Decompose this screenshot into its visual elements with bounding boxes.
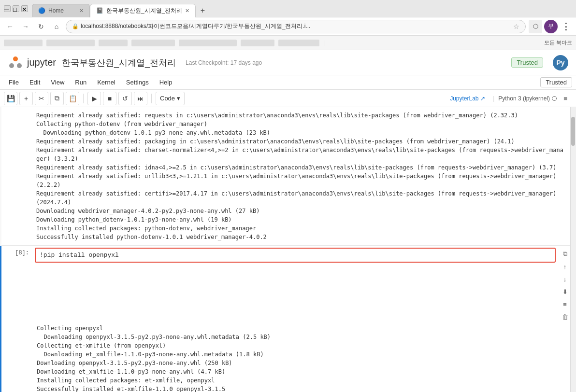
browser-menu-button[interactable]: ⋮ <box>560 20 572 33</box>
jupyter-logo-text: jupyter <box>27 57 56 68</box>
cell-type-label: Code <box>160 95 175 102</box>
prev-output-area: Requirement already satisfied: requests … <box>1 107 570 246</box>
bookmark-1[interactable] <box>4 40 43 46</box>
menu-bar: File Edit View Run Kernel Settings Help … <box>0 75 576 90</box>
bookmark-5[interactable] <box>179 40 237 46</box>
cell-more-button[interactable]: ≡ <box>560 299 570 309</box>
url-text: localhost:8888/notebooks/파이썬코드모음/시계열다루기/… <box>81 22 511 30</box>
vertical-scrollbar[interactable] <box>570 107 576 392</box>
prev-output-cell: Requirement already satisfied: requests … <box>0 107 570 246</box>
notebook-tab-close[interactable]: ✕ <box>185 8 189 14</box>
add-tab-button[interactable]: + <box>196 4 209 17</box>
menu-run[interactable]: Run <box>70 77 91 88</box>
profile-button[interactable]: 부 <box>544 20 558 33</box>
copy-button[interactable]: ⧉ <box>50 92 64 105</box>
menu-help[interactable]: Help <box>155 77 177 88</box>
home-favicon: 🔵 <box>38 7 45 14</box>
close-button[interactable]: ✕ <box>21 5 28 12</box>
cell-delete-button[interactable]: 🗑 <box>560 311 570 322</box>
menu-file[interactable]: File <box>4 77 24 88</box>
extensions-button[interactable]: ⬡ <box>529 20 542 33</box>
bookmark-6[interactable] <box>241 40 274 46</box>
stop-button[interactable]: ■ <box>103 92 116 105</box>
tab-home[interactable]: 🔵 Home ✕ <box>32 4 90 17</box>
toolbar-separator-3: | <box>493 95 494 102</box>
trusted-menu-label: Trusted <box>540 77 572 87</box>
notebook-scroll[interactable]: Requirement already satisfied: requests … <box>0 107 570 392</box>
checkpoint-text: Last Checkpoint: 17 days ago <box>186 59 262 66</box>
paste-button[interactable]: 📋 <box>66 92 79 105</box>
python-icon: Py <box>553 55 568 70</box>
home-tab-label: Home <box>48 7 64 14</box>
menu-view[interactable]: View <box>46 77 69 88</box>
cut-button[interactable]: ✂ <box>35 92 48 105</box>
cell-output-text: Collecting openpyxl Downloading openpyxl… <box>37 324 566 392</box>
active-cell: [8]: !pip install openpyxl ⧉ ↑ ↓ ⬇ ≡ 🗑 <box>0 246 570 392</box>
home-tab-close[interactable]: ✕ <box>79 8 84 14</box>
menu-settings[interactable]: Settings <box>121 77 154 88</box>
bookmark-3[interactable] <box>99 40 128 46</box>
bookmark-7[interactable] <box>278 40 319 46</box>
bookmark-4[interactable] <box>131 40 175 46</box>
all-bookmarks-link[interactable]: 모든 북마크 <box>544 39 572 46</box>
maximize-button[interactable]: □ <box>13 5 19 12</box>
add-cell-button[interactable]: + <box>19 92 33 105</box>
cell-type-dropdown[interactable]: Code ▾ <box>156 92 185 105</box>
home-button[interactable]: ⌂ <box>50 20 63 33</box>
toolbar: 💾 + ✂ ⧉ 📋 ▶ ■ ↺ ⏭ Code ▾ JupyterLab ↗ | … <box>0 90 576 107</box>
jupyter-header: jupyter 한국부동산원_시계열_전처리 Last Checkpoint: … <box>0 50 576 75</box>
jupyter-section: jupyter 한국부동산원_시계열_전처리 Last Checkpoint: … <box>0 50 576 392</box>
trusted-badge: Trusted <box>511 57 543 68</box>
browser-actions: ⬡ 부 ⋮ <box>529 20 572 33</box>
cell-move-down-button[interactable]: ↓ <box>560 274 570 284</box>
tab-notebook[interactable]: 📓 한국부동산원_시계열_전처리 ✕ <box>90 4 196 17</box>
bookmarks-bar: | 모든 북마크 <box>0 36 576 50</box>
cell-row: [8]: !pip install openpyxl ⧉ ↑ ↓ ⬇ ≡ 🗑 <box>1 246 570 322</box>
cell-move-up-button[interactable]: ↑ <box>560 261 570 272</box>
kernel-status-indicator <box>552 96 557 101</box>
refresh-button[interactable]: ↻ <box>35 20 47 33</box>
restart-button[interactable]: ↺ <box>118 92 132 105</box>
cell-toolbar-right: ⧉ ↑ ↓ ⬇ ≡ 🗑 <box>560 246 570 322</box>
cell-input[interactable]: !pip install openpyxl <box>35 248 556 263</box>
back-button[interactable]: ← <box>4 20 16 33</box>
svg-point-1 <box>9 63 14 68</box>
menu-kernel[interactable]: Kernel <box>92 77 120 88</box>
url-bar[interactable]: 🔒 localhost:8888/notebooks/파이썬코드모음/시계열다루… <box>66 20 526 33</box>
minimize-button[interactable]: ─ <box>4 5 11 12</box>
jupyter-logo-icon <box>8 55 23 70</box>
address-bar: ← → ↻ ⌂ 🔒 localhost:8888/notebooks/파이썬코드… <box>0 17 576 36</box>
notebook-favicon: 📓 <box>96 7 103 14</box>
svg-point-2 <box>17 63 22 68</box>
jupyterlab-link[interactable]: JupyterLab ↗ <box>450 95 485 102</box>
bookmark-2[interactable] <box>46 40 95 46</box>
restart-run-button[interactable]: ⏭ <box>134 92 147 105</box>
lock-icon: 🔒 <box>72 23 79 29</box>
kernel-info: Python 3 (ipykernel) <box>498 95 557 102</box>
cell-output: Collecting openpyxl Downloading openpyxl… <box>1 322 570 392</box>
run-button[interactable]: ▶ <box>87 92 101 105</box>
kernel-name-label: Python 3 (ipykernel) <box>498 95 550 102</box>
tabs-bar: 🔵 Home ✕ 📓 한국부동산원_시계열_전처리 ✕ + <box>32 0 572 17</box>
window-controls[interactable]: ─ □ ✕ <box>4 5 28 12</box>
prev-output-text: Requirement already satisfied: requests … <box>36 111 566 241</box>
notebook-title[interactable]: 한국부동산원_시계열_전처리 <box>62 57 176 69</box>
forward-button[interactable]: → <box>19 20 32 33</box>
svg-point-0 <box>13 56 18 61</box>
cell-download-button[interactable]: ⬇ <box>560 286 570 297</box>
save-button[interactable]: 💾 <box>4 92 17 105</box>
title-bar: ─ □ ✕ 🔵 Home ✕ 📓 한국부동산원_시계열_전처리 ✕ + <box>0 0 576 17</box>
cell-copy-button[interactable]: ⧉ <box>560 249 570 259</box>
toolbar-sep-1 <box>83 94 84 103</box>
jupyter-logo: jupyter <box>8 55 56 70</box>
notebook-content-area: Requirement already satisfied: requests … <box>0 107 576 392</box>
dropdown-chevron-icon: ▾ <box>177 95 180 102</box>
bookmark-star-icon[interactable]: ☆ <box>513 23 519 30</box>
cell-code: !pip install openpyxl <box>40 252 551 259</box>
toolbar-sep-2 <box>151 94 152 103</box>
notebook-tab-label: 한국부동산원_시계열_전처리 <box>106 7 182 15</box>
toolbar-menu-button[interactable]: ≡ <box>559 92 572 105</box>
scrollbar-thumb[interactable] <box>571 117 575 146</box>
bookmarks-separator: | <box>323 40 325 46</box>
menu-edit[interactable]: Edit <box>25 77 45 88</box>
